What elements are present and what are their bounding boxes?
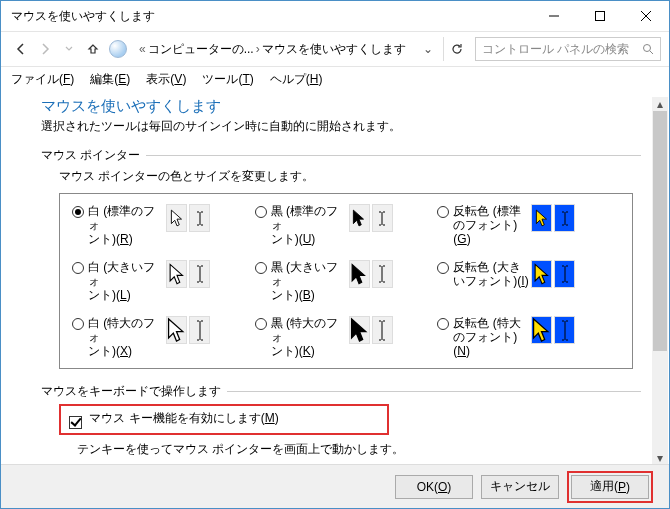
cursor-preview — [531, 260, 552, 288]
close-button[interactable] — [623, 1, 669, 31]
pointer-option[interactable]: 黒 (特大のフォント)(K) — [255, 316, 438, 358]
cursor-preview — [531, 204, 552, 232]
ok-button[interactable]: OK(O) — [395, 475, 473, 499]
scroll-down-icon[interactable]: ▾ — [652, 451, 668, 465]
cursor-preview — [349, 316, 370, 344]
pointer-option[interactable]: 白 (特大のフォント)(X) — [72, 316, 255, 358]
search-input[interactable]: コントロール パネルの検索 — [475, 37, 661, 61]
pointer-option-label: 黒 (特大のフォント)(K) — [271, 316, 347, 358]
radio-button[interactable] — [72, 206, 84, 218]
page-subheading: 選択されたツールは毎回のサインイン時に自動的に開始されます。 — [41, 118, 641, 135]
pointer-option[interactable]: 黒 (標準のフォント)(U) — [255, 204, 438, 246]
crumb-1[interactable]: コンピューターの... — [148, 41, 254, 58]
ibeam-preview — [554, 260, 575, 288]
ibeam-preview — [554, 316, 575, 344]
cursor-preview — [531, 316, 552, 344]
radio-button[interactable] — [72, 318, 84, 330]
pointer-option[interactable]: 黒 (大きいフォント)(B) — [255, 260, 438, 302]
cursor-preview — [166, 316, 187, 344]
ibeam-preview — [554, 204, 575, 232]
menu-edit[interactable]: 編集(E) — [90, 71, 130, 89]
pointer-option[interactable]: 白 (標準のフォント)(R) — [72, 204, 255, 246]
back-button[interactable] — [9, 37, 33, 61]
page-heading: マウスを使いやすくします — [41, 97, 641, 116]
pointer-option[interactable]: 反転色 (大きいフォント)(I) — [437, 260, 620, 302]
svg-line-5 — [650, 51, 653, 54]
scroll-up-icon[interactable]: ▴ — [652, 97, 668, 111]
pointer-option-label: 黒 (標準のフォント)(U) — [271, 204, 347, 246]
pointer-option-label: 白 (特大のフォント)(X) — [88, 316, 164, 358]
cursor-preview — [166, 204, 187, 232]
pointer-desc: マウス ポインターの色とサイズを変更します。 — [59, 168, 641, 185]
menubar: ファイル(F) 編集(E) 表示(V) ツール(T) ヘルプ(H) — [1, 67, 669, 91]
enable-mousekeys-row: マウス キー機能を有効にします(M) — [59, 404, 389, 435]
pointer-option-label: 反転色 (標準のフォント)(G) — [453, 204, 529, 246]
forward-button[interactable] — [33, 37, 57, 61]
cursor-preview — [166, 260, 187, 288]
up-button[interactable] — [81, 37, 105, 61]
mousekeys-group-label: マウスをキーボードで操作します — [41, 383, 221, 400]
ibeam-preview — [372, 204, 393, 232]
svg-rect-1 — [596, 12, 605, 21]
radio-button[interactable] — [437, 318, 449, 330]
radio-button[interactable] — [255, 318, 267, 330]
ibeam-preview — [372, 316, 393, 344]
ibeam-preview — [189, 204, 210, 232]
cancel-button[interactable]: キャンセル — [481, 475, 559, 499]
pointer-option-label: 反転色 (大きいフォント)(I) — [453, 260, 529, 288]
radio-button[interactable] — [437, 206, 449, 218]
cursor-preview — [349, 260, 370, 288]
pointer-option-label: 白 (標準のフォント)(R) — [88, 204, 164, 246]
ibeam-preview — [372, 260, 393, 288]
radio-button[interactable] — [72, 262, 84, 274]
control-panel-icon — [109, 40, 127, 58]
crumb-2[interactable]: マウスを使いやすくします — [262, 41, 406, 58]
pointer-option-label: 黒 (大きいフォント)(B) — [271, 260, 347, 302]
window-title: マウスを使いやすくします — [3, 8, 155, 25]
pointer-option[interactable]: 白 (大きいフォント)(L) — [72, 260, 255, 302]
menu-view[interactable]: 表示(V) — [146, 71, 186, 89]
menu-help[interactable]: ヘルプ(H) — [270, 71, 323, 89]
ibeam-preview — [189, 316, 210, 344]
breadcrumb[interactable]: « コンピューターの... › マウスを使いやすくします ⌄ — [131, 37, 439, 61]
pointer-option-label: 白 (大きいフォント)(L) — [88, 260, 164, 302]
vertical-scrollbar[interactable]: ▴ ▾ — [652, 97, 668, 465]
pointer-options-box: 白 (標準のフォント)(R) 黒 (標準のフォント)(U) 反転色 (標準のフォ… — [59, 193, 633, 369]
menu-file[interactable]: ファイル(F) — [11, 71, 74, 89]
svg-point-4 — [644, 45, 651, 52]
menu-tools[interactable]: ツール(T) — [202, 71, 253, 89]
pointer-option[interactable]: 反転色 (標準のフォント)(G) — [437, 204, 620, 246]
radio-button[interactable] — [437, 262, 449, 274]
maximize-button[interactable] — [577, 1, 623, 31]
enable-mousekeys-label[interactable]: マウス キー機能を有効にします(M) — [89, 411, 278, 425]
pointer-group-label: マウス ポインター — [41, 147, 140, 164]
cursor-preview — [349, 204, 370, 232]
ibeam-preview — [189, 260, 210, 288]
refresh-button[interactable] — [443, 37, 469, 61]
pointer-option[interactable]: 反転色 (特大のフォント)(N) — [437, 316, 620, 358]
scroll-thumb[interactable] — [653, 111, 667, 351]
recent-dropdown[interactable] — [57, 37, 81, 61]
apply-button[interactable]: 適用(P) — [571, 475, 649, 499]
pointer-option-label: 反転色 (特大のフォント)(N) — [453, 316, 529, 358]
mousekeys-desc: テンキーを使ってマウス ポインターを画面上で動かします。 — [77, 441, 641, 458]
minimize-button[interactable] — [531, 1, 577, 31]
radio-button[interactable] — [255, 262, 267, 274]
radio-button[interactable] — [255, 206, 267, 218]
search-icon — [642, 43, 654, 55]
enable-mousekeys-checkbox[interactable] — [69, 416, 82, 429]
